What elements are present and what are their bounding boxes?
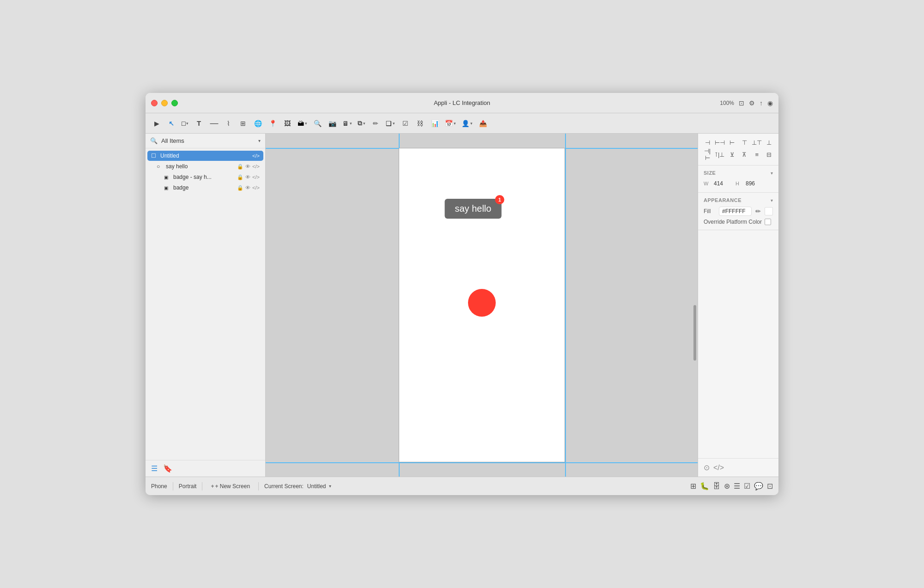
code-view-icon[interactable]: </>: [713, 464, 724, 472]
chart-tool[interactable]: 📊: [428, 117, 441, 130]
code-icon[interactable]: </>: [252, 174, 260, 180]
phone-segment: Phone: [151, 483, 167, 490]
width-input[interactable]: [711, 179, 732, 188]
red-circle: [468, 289, 496, 317]
screen-icon: ☐: [151, 153, 158, 159]
chevron-down-icon[interactable]: ▾: [258, 138, 261, 143]
right-panel: ⊣ ⊢⊣ ⊢ ⊤ ⊥⊤ ⊥ ⊣|⊢ ⊺|⊥ ⊻ ⊼ ≡ ⊟: [698, 134, 778, 477]
current-screen-value: Untitled: [307, 483, 326, 490]
maximize-button[interactable]: [171, 100, 178, 106]
align-center-h-button[interactable]: ⊢⊣: [714, 137, 725, 147]
bug-icon[interactable]: 🐛: [700, 482, 709, 490]
distribute-v-button[interactable]: ⊺|⊥: [714, 149, 725, 159]
scrollbar-thumb[interactable]: [693, 305, 696, 361]
play-button[interactable]: ▶: [150, 117, 163, 130]
date-tool[interactable]: 📅▾: [443, 117, 458, 130]
app-window: Appli - LC Integration 100% ⊡ ⚙ ↑ ◉ ▶ ↖ …: [146, 93, 778, 495]
align-chart-button[interactable]: ⊟: [764, 149, 775, 159]
height-input[interactable]: [743, 179, 764, 188]
caption-icon[interactable]: ⊡: [767, 482, 773, 490]
image-tool[interactable]: 🖼: [281, 117, 294, 130]
account-icon[interactable]: ◉: [767, 99, 773, 107]
toolbar: ▶ ↖ □▾ T — ⌇ ⊞ 🌐 📍 🖼 🏔▾ 🔍 📷 🖥▾ ⧉▾ ✏ ❑▾ ☑…: [146, 113, 778, 134]
code-icon[interactable]: </>: [252, 185, 260, 190]
screen-tool[interactable]: 🖥▾: [340, 117, 354, 130]
bookmark-icon[interactable]: 🔖: [163, 464, 172, 473]
badge-icon2: ▣: [164, 185, 171, 190]
line2-tool[interactable]: ⌇: [222, 117, 235, 130]
canvas-guide-right: [565, 134, 566, 477]
list-view-icon[interactable]: ☰: [151, 464, 158, 473]
line-tool[interactable]: —: [207, 117, 220, 130]
titlebar: Appli - LC Integration 100% ⊡ ⚙ ↑ ◉: [146, 93, 778, 113]
grid-tool[interactable]: ⊞: [237, 117, 249, 130]
check-tool[interactable]: ☑: [399, 117, 412, 130]
rectangle-tool[interactable]: □▾: [180, 117, 190, 130]
pen-tool[interactable]: ✏: [369, 117, 382, 130]
align-right-button[interactable]: ⊢: [727, 137, 738, 147]
align-top-button[interactable]: ⊤: [739, 137, 750, 147]
current-screen-selector[interactable]: Current Screen: Untitled ▾: [264, 483, 331, 490]
color-swatch[interactable]: [765, 207, 773, 215]
size-chevron-icon[interactable]: ▾: [771, 171, 773, 176]
align-bottom-button[interactable]: ⊥: [764, 137, 775, 147]
sidebar-item-badge[interactable]: ▣ badge 🔒 👁 </>: [147, 183, 263, 193]
align-text-button[interactable]: ≡: [751, 149, 762, 159]
text-tool[interactable]: T: [192, 117, 205, 130]
close-button[interactable]: [151, 100, 158, 106]
screen-dropdown-icon[interactable]: ▾: [329, 484, 331, 489]
align-center-v-button[interactable]: ⊥⊤: [751, 137, 762, 147]
eye-icon[interactable]: 👁: [245, 174, 250, 180]
color-picker-icon[interactable]: ✏: [755, 208, 761, 215]
search-tool[interactable]: 🔍: [311, 117, 324, 130]
portrait-segment: Portrait: [179, 483, 197, 490]
eye-icon[interactable]: 👁: [245, 185, 250, 190]
pin-tool[interactable]: 📍: [266, 117, 279, 130]
fill-hex-value[interactable]: #FFFFFF: [719, 207, 752, 216]
minimize-button[interactable]: [161, 100, 168, 106]
space-h-button[interactable]: ⊻: [727, 149, 738, 159]
tree-item-actions: 🔒 👁 </>: [237, 164, 260, 170]
grid-bottom-icon[interactable]: ⊞: [690, 482, 696, 490]
stack-icon[interactable]: 🗄: [713, 482, 720, 490]
code-icon[interactable]: </>: [252, 164, 260, 169]
camera-tool[interactable]: 📷: [326, 117, 339, 130]
speech-icon[interactable]: 💬: [754, 482, 763, 490]
eye-icon[interactable]: 👁: [245, 164, 250, 169]
people-tool[interactable]: 👤▾: [460, 117, 474, 130]
code-icon[interactable]: </>: [252, 153, 260, 159]
distribute-h-button[interactable]: ⊣|⊢: [702, 149, 713, 159]
fill-label: Fill: [704, 208, 715, 214]
appearance-chevron-icon[interactable]: ▾: [771, 198, 773, 203]
override-checkbox[interactable]: [765, 219, 771, 225]
sidebar-item-say-hello[interactable]: ○ say hello 🔒 👁 </>: [147, 161, 263, 172]
sidebar-item-untitled[interactable]: ☐ Untitled </>: [147, 151, 263, 161]
align-left-button[interactable]: ⊣: [702, 137, 713, 147]
canvas-area[interactable]: say hello 1: [266, 134, 698, 477]
checkbox-bottom-icon[interactable]: ☑: [744, 482, 750, 490]
zoom-stepper[interactable]: ⊡: [739, 99, 744, 107]
separator-2: [202, 482, 202, 490]
upload-icon[interactable]: ↑: [760, 99, 763, 107]
say-hello-button[interactable]: say hello 1: [445, 199, 502, 219]
new-screen-label: + New Screen: [215, 483, 250, 490]
photo-tool[interactable]: 🏔▾: [296, 117, 309, 130]
window-title: Appli - LC Integration: [434, 99, 490, 106]
export-icon[interactable]: ⊛: [724, 482, 730, 490]
sidebar-all-items-label: All Items: [161, 137, 255, 144]
globe-tool[interactable]: 🌐: [251, 117, 264, 130]
space-v-button[interactable]: ⊼: [739, 149, 750, 159]
component-tool[interactable]: ❑▾: [384, 117, 397, 130]
bottom-right-icons: ⊞ 🐛 🗄 ⊛ ☰ ☑ 💬 ⊡: [690, 482, 773, 490]
link-tool[interactable]: ⛓: [413, 117, 426, 130]
sidebar-item-badge-say-h[interactable]: ▣ badge - say h... 🔒 👁 </>: [147, 172, 263, 182]
share-tool[interactable]: 📤: [476, 117, 489, 130]
new-screen-button[interactable]: + + New Screen: [208, 482, 253, 490]
circle-edit-icon[interactable]: ⊙: [704, 463, 710, 472]
list-bottom-icon[interactable]: ☰: [734, 482, 740, 490]
layers-tool[interactable]: ⧉▾: [356, 117, 367, 130]
size-row: W H: [704, 179, 773, 188]
phone-canvas[interactable]: say hello 1: [399, 148, 565, 462]
cursor-tool[interactable]: ↖: [165, 117, 178, 130]
settings-icon[interactable]: ⚙: [749, 99, 755, 107]
